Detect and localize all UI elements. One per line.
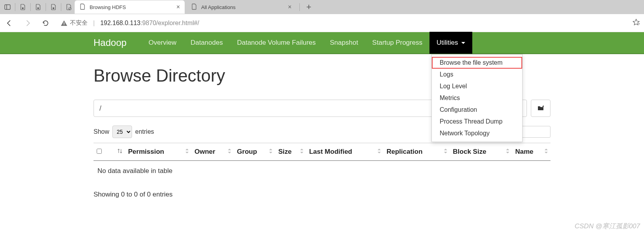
tab-strip: Browsing HDFS × All Applications × + xyxy=(0,0,644,14)
col-permission[interactable]: Permission xyxy=(125,143,191,161)
sort-icon xyxy=(506,148,510,156)
nav-startup-progress[interactable]: Startup Progress xyxy=(365,32,429,54)
separator xyxy=(46,3,46,11)
sort-icon xyxy=(377,148,381,156)
favorite-button[interactable]: + xyxy=(632,18,640,27)
dropdown-metrics[interactable]: Metrics xyxy=(432,92,522,104)
page-icon xyxy=(79,4,86,11)
dropdown-process-thread-dump[interactable]: Process Thread Dump xyxy=(432,116,522,127)
forward-button[interactable] xyxy=(22,18,33,29)
lock-doc-icon[interactable] xyxy=(18,3,27,11)
lock-doc-blocked-icon[interactable] xyxy=(64,3,73,11)
tab-all-applications[interactable]: All Applications × xyxy=(186,0,296,14)
utilities-dropdown: Browse the file system Logs Log Level Me… xyxy=(431,54,523,142)
entries-label: entries xyxy=(135,128,154,135)
address-bar: 不安全 | 192.168.0.113:9870/explorer.html#/… xyxy=(0,14,644,32)
col-replication[interactable]: Replication xyxy=(383,143,450,161)
tab-browsing-hdfs[interactable]: Browsing HDFS × xyxy=(75,0,185,14)
lock-doc-icon-3[interactable] xyxy=(49,3,58,11)
sort-icon xyxy=(544,148,548,156)
sort-icon xyxy=(300,148,304,156)
svg-point-3 xyxy=(37,7,39,9)
sidebar-icon[interactable] xyxy=(3,3,12,11)
dropdown-logs[interactable]: Logs xyxy=(432,69,522,80)
page-content: Browse Directory Show 25 entries Search:… xyxy=(0,54,644,202)
col-size[interactable]: Size xyxy=(275,143,306,161)
svg-point-2 xyxy=(22,7,24,9)
col-group[interactable]: Group xyxy=(234,143,275,161)
lock-doc-icon-2[interactable] xyxy=(34,3,42,11)
back-button[interactable] xyxy=(4,18,15,29)
new-tab-button[interactable]: + xyxy=(303,2,315,12)
no-data-row: No data available in table xyxy=(94,161,550,182)
dropdown-configuration[interactable]: Configuration xyxy=(432,104,522,116)
col-last-modified[interactable]: Last Modified xyxy=(306,143,383,161)
dropdown-network-topology[interactable]: Network Topology xyxy=(432,127,522,139)
no-data-text: No data available in table xyxy=(94,161,550,182)
col-block-size[interactable]: Block Size xyxy=(450,143,512,161)
page-icon xyxy=(191,4,197,11)
svg-rect-0 xyxy=(5,5,10,9)
warning-icon xyxy=(61,20,68,27)
nav-overview[interactable]: Overview xyxy=(141,32,183,54)
security-label: 不安全 xyxy=(70,19,88,27)
sort-icon xyxy=(228,148,231,156)
svg-text:+: + xyxy=(638,22,640,26)
reload-button[interactable] xyxy=(40,18,51,29)
sort-icon xyxy=(269,148,273,156)
hadoop-nav: Hadoop Overview Datanodes Datanode Volum… xyxy=(0,32,644,54)
brand[interactable]: Hadoop xyxy=(94,37,127,48)
url-host: 192.168.0.113 xyxy=(100,20,140,26)
separator xyxy=(299,3,300,11)
svg-rect-8 xyxy=(64,24,64,25)
separator xyxy=(61,3,61,11)
caret-down-icon xyxy=(461,42,465,44)
sort-icon[interactable] xyxy=(117,148,123,156)
table-info: Showing 0 to 0 of 0 entries xyxy=(94,191,550,198)
separator xyxy=(30,3,31,11)
sort-icon xyxy=(444,148,448,156)
show-label: Show xyxy=(94,128,109,135)
show-entries: Show 25 entries xyxy=(94,126,154,138)
tab-title: All Applications xyxy=(201,4,235,10)
svg-rect-7 xyxy=(64,22,64,24)
close-icon[interactable]: × xyxy=(176,4,180,11)
nav-snapshot[interactable]: Snapshot xyxy=(323,32,365,54)
nav-utilities-label: Utilities xyxy=(437,39,458,47)
col-name[interactable]: Name xyxy=(512,143,550,161)
nav-datanode-volume-failures[interactable]: Datanode Volume Failures xyxy=(230,32,323,54)
select-all-checkbox[interactable] xyxy=(97,149,102,154)
url-input[interactable]: 不安全 | 192.168.0.113:9870/explorer.html#/ xyxy=(58,19,625,27)
sort-icon xyxy=(185,148,189,156)
nav-utilities[interactable]: Utilities xyxy=(429,32,472,54)
dropdown-browse-filesystem[interactable]: Browse the file system xyxy=(432,57,522,69)
dropdown-log-level[interactable]: Log Level xyxy=(432,80,522,92)
tab-title: Browsing HDFS xyxy=(90,4,126,10)
security-status: 不安全 xyxy=(61,19,88,27)
file-table: Permission Owner Group Size Last Modifie… xyxy=(94,143,550,181)
nav-datanodes[interactable]: Datanodes xyxy=(183,32,230,54)
path-input[interactable] xyxy=(94,100,456,117)
col-owner[interactable]: Owner xyxy=(191,143,234,161)
separator xyxy=(15,3,15,11)
create-folder-button[interactable] xyxy=(531,100,550,117)
close-icon[interactable]: × xyxy=(288,4,292,11)
url-path: :9870/explorer.html#/ xyxy=(140,20,199,26)
page-size-select[interactable]: 25 xyxy=(112,126,132,138)
browser-chrome: Browsing HDFS × All Applications × + 不安全… xyxy=(0,0,644,32)
svg-point-4 xyxy=(53,7,54,9)
